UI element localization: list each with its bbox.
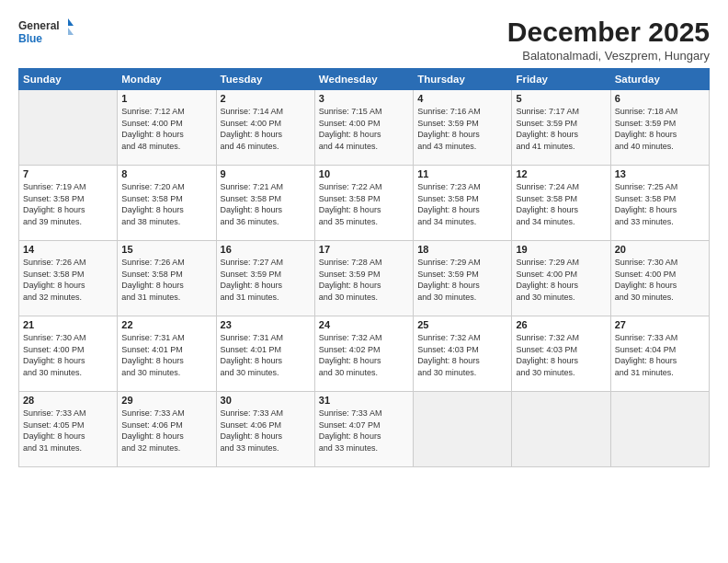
day-info: Sunrise: 7:33 AM Sunset: 4:04 PM Dayligh…: [615, 332, 705, 378]
day-info: Sunrise: 7:32 AM Sunset: 4:03 PM Dayligh…: [417, 332, 507, 378]
day-info: Sunrise: 7:29 AM Sunset: 3:59 PM Dayligh…: [417, 257, 507, 303]
weekday-header-row: SundayMondayTuesdayWednesdayThursdayFrid…: [19, 69, 710, 90]
day-info: Sunrise: 7:17 AM Sunset: 3:59 PM Dayligh…: [516, 106, 606, 152]
day-number: 5: [516, 93, 606, 104]
day-number: 29: [121, 395, 211, 406]
calendar-cell: 28Sunrise: 7:33 AM Sunset: 4:05 PM Dayli…: [19, 392, 118, 467]
svg-marker-2: [68, 18, 74, 26]
calendar-cell: 12Sunrise: 7:24 AM Sunset: 3:58 PM Dayli…: [512, 166, 610, 241]
day-number: 21: [23, 319, 113, 330]
day-number: 7: [23, 168, 113, 179]
day-info: Sunrise: 7:31 AM Sunset: 4:01 PM Dayligh…: [221, 332, 311, 378]
weekday-sunday: Sunday: [19, 69, 118, 90]
day-number: 12: [516, 168, 606, 179]
calendar-cell: 6Sunrise: 7:18 AM Sunset: 3:59 PM Daylig…: [610, 90, 709, 166]
calendar-cell: 22Sunrise: 7:31 AM Sunset: 4:01 PM Dayli…: [118, 316, 216, 392]
day-number: 15: [121, 244, 211, 255]
calendar-cell: 7Sunrise: 7:19 AM Sunset: 3:58 PM Daylig…: [19, 166, 118, 241]
day-info: Sunrise: 7:14 AM Sunset: 4:00 PM Dayligh…: [221, 106, 311, 152]
weekday-thursday: Thursday: [414, 69, 512, 90]
day-number: 23: [221, 319, 311, 330]
day-number: 25: [417, 319, 507, 330]
calendar-cell: 29Sunrise: 7:33 AM Sunset: 4:06 PM Dayli…: [118, 392, 216, 467]
day-number: 24: [319, 319, 409, 330]
day-info: Sunrise: 7:30 AM Sunset: 4:00 PM Dayligh…: [23, 332, 113, 378]
day-number: 13: [615, 168, 705, 179]
day-number: 11: [417, 168, 507, 179]
week-row-2: 7Sunrise: 7:19 AM Sunset: 3:58 PM Daylig…: [19, 166, 710, 241]
month-title: December 2025: [507, 17, 710, 47]
calendar-cell: 1Sunrise: 7:12 AM Sunset: 4:00 PM Daylig…: [118, 90, 216, 166]
calendar-cell: 24Sunrise: 7:32 AM Sunset: 4:02 PM Dayli…: [314, 316, 413, 392]
day-info: Sunrise: 7:15 AM Sunset: 4:00 PM Dayligh…: [319, 106, 409, 152]
calendar-cell: 5Sunrise: 7:17 AM Sunset: 3:59 PM Daylig…: [512, 90, 610, 166]
day-info: Sunrise: 7:33 AM Sunset: 4:05 PM Dayligh…: [23, 408, 113, 454]
week-row-4: 21Sunrise: 7:30 AM Sunset: 4:00 PM Dayli…: [19, 316, 710, 392]
day-number: 2: [221, 93, 311, 104]
calendar-cell: 31Sunrise: 7:33 AM Sunset: 4:07 PM Dayli…: [314, 392, 413, 467]
day-info: Sunrise: 7:32 AM Sunset: 4:02 PM Dayligh…: [319, 332, 409, 378]
day-number: 19: [516, 244, 606, 255]
day-number: 14: [23, 244, 113, 255]
calendar-cell: 4Sunrise: 7:16 AM Sunset: 3:59 PM Daylig…: [414, 90, 512, 166]
weekday-friday: Friday: [512, 69, 610, 90]
day-number: 20: [615, 244, 705, 255]
day-info: Sunrise: 7:12 AM Sunset: 4:00 PM Dayligh…: [121, 106, 211, 152]
calendar-cell: 27Sunrise: 7:33 AM Sunset: 4:04 PM Dayli…: [610, 316, 709, 392]
calendar-cell: 26Sunrise: 7:32 AM Sunset: 4:03 PM Dayli…: [512, 316, 610, 392]
calendar-table: SundayMondayTuesdayWednesdayThursdayFrid…: [18, 68, 710, 467]
day-number: 1: [121, 93, 211, 104]
location-subtitle: Balatonalmadi, Veszprem, Hungary: [507, 49, 710, 63]
calendar-cell: 17Sunrise: 7:28 AM Sunset: 3:59 PM Dayli…: [314, 241, 413, 316]
day-number: 8: [121, 168, 211, 179]
calendar-cell: 3Sunrise: 7:15 AM Sunset: 4:00 PM Daylig…: [314, 90, 413, 166]
page-header: General Blue December 2025 Balatonalmadi…: [18, 17, 710, 63]
day-number: 22: [121, 319, 211, 330]
week-row-5: 28Sunrise: 7:33 AM Sunset: 4:05 PM Dayli…: [19, 392, 710, 467]
day-info: Sunrise: 7:32 AM Sunset: 4:03 PM Dayligh…: [516, 332, 606, 378]
weekday-tuesday: Tuesday: [216, 69, 314, 90]
day-number: 9: [221, 168, 311, 179]
svg-text:Blue: Blue: [18, 32, 42, 45]
day-info: Sunrise: 7:28 AM Sunset: 3:59 PM Dayligh…: [319, 257, 409, 303]
day-number: 31: [319, 395, 409, 406]
calendar-cell: 9Sunrise: 7:21 AM Sunset: 3:58 PM Daylig…: [216, 166, 314, 241]
day-number: 28: [23, 395, 113, 406]
day-info: Sunrise: 7:26 AM Sunset: 3:58 PM Dayligh…: [23, 257, 113, 303]
day-info: Sunrise: 7:24 AM Sunset: 3:58 PM Dayligh…: [516, 181, 606, 227]
day-number: 16: [221, 244, 311, 255]
calendar-page: General Blue December 2025 Balatonalmadi…: [0, 0, 728, 563]
day-info: Sunrise: 7:23 AM Sunset: 3:58 PM Dayligh…: [417, 181, 507, 227]
calendar-cell: [19, 90, 118, 166]
calendar-cell: 23Sunrise: 7:31 AM Sunset: 4:01 PM Dayli…: [216, 316, 314, 392]
svg-text:General: General: [18, 19, 60, 32]
day-number: 18: [417, 244, 507, 255]
day-info: Sunrise: 7:33 AM Sunset: 4:06 PM Dayligh…: [221, 408, 311, 454]
day-info: Sunrise: 7:20 AM Sunset: 3:58 PM Dayligh…: [121, 181, 211, 227]
calendar-cell: [610, 392, 709, 467]
day-number: 10: [319, 168, 409, 179]
day-number: 30: [221, 395, 311, 406]
week-row-3: 14Sunrise: 7:26 AM Sunset: 3:58 PM Dayli…: [19, 241, 710, 316]
day-info: Sunrise: 7:26 AM Sunset: 3:58 PM Dayligh…: [121, 257, 211, 303]
day-number: 4: [417, 93, 507, 104]
calendar-cell: 15Sunrise: 7:26 AM Sunset: 3:58 PM Dayli…: [118, 241, 216, 316]
calendar-cell: [512, 392, 610, 467]
weekday-monday: Monday: [118, 69, 216, 90]
calendar-cell: 21Sunrise: 7:30 AM Sunset: 4:00 PM Dayli…: [19, 316, 118, 392]
weekday-wednesday: Wednesday: [314, 69, 413, 90]
day-info: Sunrise: 7:30 AM Sunset: 4:00 PM Dayligh…: [615, 257, 705, 303]
calendar-cell: 11Sunrise: 7:23 AM Sunset: 3:58 PM Dayli…: [414, 166, 512, 241]
title-block: December 2025 Balatonalmadi, Veszprem, H…: [507, 17, 710, 63]
svg-marker-3: [68, 28, 74, 35]
calendar-cell: 25Sunrise: 7:32 AM Sunset: 4:03 PM Dayli…: [414, 316, 512, 392]
day-number: 6: [615, 93, 705, 104]
day-info: Sunrise: 7:27 AM Sunset: 3:59 PM Dayligh…: [221, 257, 311, 303]
day-info: Sunrise: 7:33 AM Sunset: 4:06 PM Dayligh…: [121, 408, 211, 454]
day-info: Sunrise: 7:19 AM Sunset: 3:58 PM Dayligh…: [23, 181, 113, 227]
day-info: Sunrise: 7:18 AM Sunset: 3:59 PM Dayligh…: [615, 106, 705, 152]
day-number: 26: [516, 319, 606, 330]
day-info: Sunrise: 7:21 AM Sunset: 3:58 PM Dayligh…: [221, 181, 311, 227]
calendar-cell: 20Sunrise: 7:30 AM Sunset: 4:00 PM Dayli…: [610, 241, 709, 316]
day-info: Sunrise: 7:16 AM Sunset: 3:59 PM Dayligh…: [417, 106, 507, 152]
